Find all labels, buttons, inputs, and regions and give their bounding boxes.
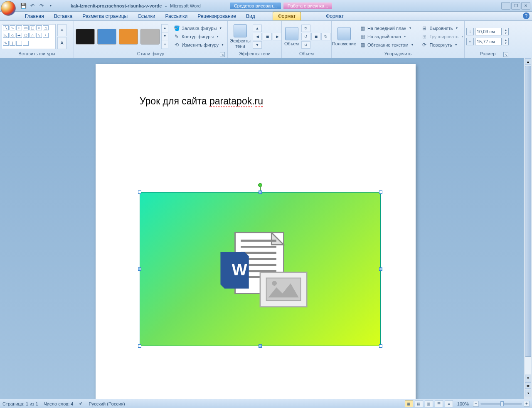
minimize-button[interactable]: —: [501, 2, 510, 10]
shadow-toggle-button[interactable]: ◼: [263, 33, 272, 40]
position-button[interactable]: Положение: [333, 23, 355, 50]
align-button[interactable]: ⊟Выровнять▼: [419, 25, 465, 32]
style-orange[interactable]: [119, 29, 138, 45]
3d-toggle-button[interactable]: ◼: [311, 33, 320, 40]
arrow-right-icon[interactable]: ➡: [16, 33, 22, 38]
print-layout-view[interactable]: ▦: [405, 401, 413, 407]
width-up[interactable]: ▲: [503, 38, 508, 42]
draft-view[interactable]: ≡: [445, 401, 453, 407]
star-icon[interactable]: ☆: [30, 33, 35, 38]
handle-top-right[interactable]: [379, 190, 382, 194]
rectangle-icon[interactable]: ▭: [23, 25, 29, 30]
handle-top-mid[interactable]: [259, 190, 262, 194]
shape-styles-launcher[interactable]: ↘: [220, 52, 225, 57]
style-black[interactable]: [76, 29, 95, 45]
undo-icon[interactable]: ↶: [29, 2, 36, 9]
group-button[interactable]: ⊞Группировать▼: [419, 33, 465, 40]
handle-mid-right[interactable]: [379, 267, 382, 271]
style-scroll-up[interactable]: ▲: [162, 25, 168, 32]
rounded-rect-icon[interactable]: ▢: [30, 25, 35, 30]
scroll-up-button[interactable]: ▲: [525, 58, 531, 65]
close-button[interactable]: ✕: [521, 2, 530, 10]
size-launcher[interactable]: ↘: [503, 52, 508, 57]
zoom-slider[interactable]: [480, 403, 522, 405]
tab-review[interactable]: Рецензирование: [192, 12, 241, 20]
page-indicator[interactable]: Страница: 1 из 1: [2, 401, 38, 406]
word-count[interactable]: Число слов: 4: [44, 401, 74, 406]
tab-format-drawing[interactable]: Формат: [273, 12, 301, 20]
tilt-down-button[interactable]: ↺: [301, 41, 310, 49]
rotate-button[interactable]: ⟳Повернуть▼: [419, 41, 465, 49]
diamond-icon[interactable]: ◇: [10, 33, 15, 38]
more2-icon[interactable]: ⋯: [23, 41, 29, 46]
qat-dropdown-icon[interactable]: ▼: [47, 2, 54, 9]
tab-home[interactable]: Главная: [20, 12, 49, 20]
curve-icon[interactable]: ∿: [36, 33, 42, 38]
3d-effects-button[interactable]: Объем: [283, 23, 300, 50]
shape-fill-button[interactable]: 🪣Заливка фигуры▼: [172, 25, 226, 32]
height-up[interactable]: ▲: [503, 28, 508, 32]
next-page-button[interactable]: ▾: [525, 390, 531, 396]
style-scroll-down[interactable]: ▼: [162, 32, 168, 40]
language-indicator[interactable]: Русский (Россия): [89, 401, 125, 406]
rotate-handle[interactable]: [258, 183, 262, 187]
maximize-button[interactable]: ❐: [511, 2, 520, 10]
brace-icon[interactable]: }: [10, 41, 15, 46]
shape-outline-button[interactable]: ✎Контур фигуры▼: [172, 33, 226, 40]
style-gray[interactable]: [140, 29, 160, 45]
nudge-right-button[interactable]: ▶: [273, 33, 282, 40]
edit-points-button[interactable]: ✦: [57, 24, 66, 36]
arrow-icon[interactable]: ↘: [10, 25, 15, 30]
handle-top-left[interactable]: [138, 190, 141, 194]
full-screen-view[interactable]: ▤: [415, 401, 423, 407]
document-text[interactable]: Урок для сайта paratapok.ru: [140, 96, 263, 107]
tab-references[interactable]: Ссылки: [133, 12, 160, 20]
zoom-level[interactable]: 100%: [457, 401, 469, 406]
outline-view[interactable]: ☰: [435, 401, 443, 407]
tilt-left-button[interactable]: ↺: [301, 33, 310, 40]
tab-layout[interactable]: Разметка страницы: [77, 12, 133, 20]
more1-icon[interactable]: ⋯: [16, 41, 22, 46]
nudge-up-button[interactable]: ▲: [253, 25, 262, 32]
height-down[interactable]: ▼: [503, 32, 508, 35]
zoom-thumb[interactable]: [500, 401, 504, 406]
shadow-effects-button[interactable]: Эффекты тени: [229, 23, 251, 50]
change-shape-button[interactable]: ⟲Изменить фигуру▼: [172, 41, 226, 49]
zoom-in-button[interactable]: +: [524, 401, 530, 407]
zoom-out-button[interactable]: −: [473, 401, 479, 407]
style-more[interactable]: ▾: [162, 40, 168, 48]
selected-shape[interactable]: W: [140, 192, 381, 346]
style-blue[interactable]: [97, 29, 116, 45]
send-back-button[interactable]: ▦На задний план▼: [357, 33, 415, 40]
text-box-button[interactable]: A: [57, 37, 66, 49]
tab-insert[interactable]: Вставка: [49, 12, 78, 20]
width-input[interactable]: 15,77 см: [475, 38, 502, 45]
scroll-thumb[interactable]: [525, 66, 531, 357]
redo-icon[interactable]: ↷: [38, 2, 45, 9]
right-triangle-icon[interactable]: ◺: [3, 33, 9, 38]
triangle-icon[interactable]: △: [43, 25, 49, 30]
nudge-down-button[interactable]: ▼: [253, 41, 262, 49]
width-down[interactable]: ▼: [503, 42, 508, 45]
double-arrow-icon[interactable]: ↔: [16, 25, 22, 30]
office-button[interactable]: [1, 1, 16, 16]
tab-format-picture[interactable]: Формат: [321, 12, 349, 20]
handle-mid-left[interactable]: [138, 267, 141, 271]
tilt-right-button[interactable]: ↻: [321, 33, 330, 40]
handle-bottom-right[interactable]: [379, 344, 382, 348]
tab-view[interactable]: Вид: [241, 12, 260, 20]
help-button[interactable]: ?: [523, 12, 530, 19]
proofing-icon[interactable]: ✔: [79, 401, 83, 406]
handle-bottom-left[interactable]: [138, 344, 141, 348]
hexagon-icon[interactable]: ⬡: [23, 33, 29, 38]
shapes-gallery[interactable]: ╲ ↘ ↔ ▭ ▢ ○ △ ◺ ◇ ➡ ⬡ ☆ ∿ ⌇ ✎ } ⋯ ⋯: [2, 24, 56, 49]
bring-front-button[interactable]: ▦На передний план▼: [357, 25, 415, 32]
text-wrap-button[interactable]: ▤Обтекание текстом▼: [357, 41, 415, 49]
web-view[interactable]: ▥: [425, 401, 433, 407]
nudge-left-button[interactable]: ◀: [253, 33, 262, 40]
scroll-down-button[interactable]: ▼: [525, 375, 531, 381]
tab-mailings[interactable]: Рассылки: [160, 12, 192, 20]
prev-page-button[interactable]: ◉: [525, 382, 531, 389]
ellipse-icon[interactable]: ○: [36, 25, 42, 30]
save-icon[interactable]: 💾: [20, 2, 27, 9]
